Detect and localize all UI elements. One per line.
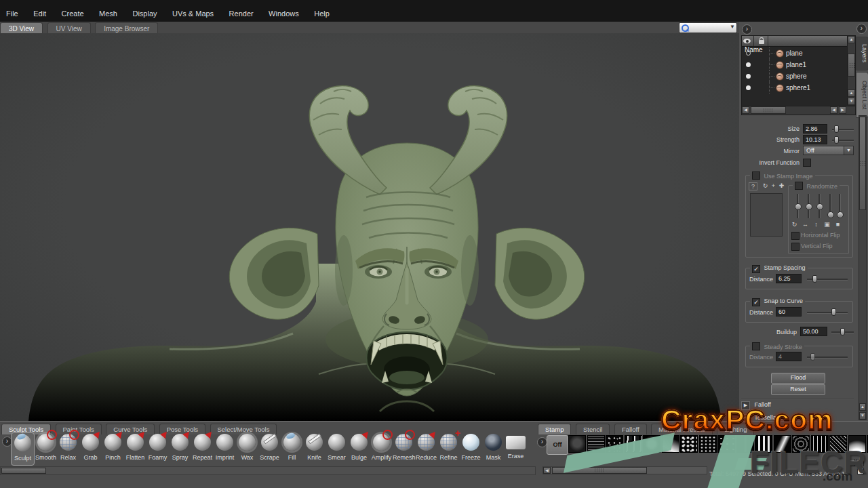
list-vscrollbar[interactable]: ▲ ▲ ▼ (847, 36, 855, 105)
list-item-plane1[interactable]: plane1 (742, 59, 847, 70)
steady-stroke-distance-input[interactable]: 4 (776, 352, 802, 361)
mirror-dropdown[interactable]: Off ▼ (803, 146, 854, 155)
scroll-left2-icon[interactable]: ◀ (830, 106, 837, 114)
tool-fill[interactable]: Fill (281, 434, 303, 464)
list-item-plane[interactable]: plane (742, 47, 847, 59)
stamp-preview-box[interactable] (750, 193, 783, 237)
use-stamp-image-checkbox[interactable] (752, 171, 760, 180)
chevron-down-icon[interactable]: ▼ (844, 146, 853, 155)
randomize-checkbox[interactable] (795, 182, 803, 190)
tool-spray[interactable]: Spray (169, 434, 191, 464)
side-expander-icon[interactable]: › (856, 24, 867, 34)
scroll-up2-icon[interactable]: ▲ (848, 89, 855, 97)
snap-to-curve-distance-input[interactable]: 60 (776, 307, 802, 317)
tab-object-list[interactable]: Object List (856, 72, 868, 118)
tool-sculpt[interactable]: Sculpt (11, 432, 35, 466)
random-slider-3[interactable] (818, 194, 821, 218)
target-icon[interactable]: ✚ (777, 182, 786, 189)
snap-to-curve-checkbox[interactable]: ✓ (752, 298, 760, 306)
size-input[interactable]: 2.86 (803, 124, 827, 134)
lock-column[interactable] (756, 36, 768, 46)
flood-button[interactable]: Flood (771, 373, 825, 384)
tool-imprint[interactable]: Imprint (214, 434, 236, 464)
h-arrows-icon[interactable]: ↔ (801, 221, 810, 228)
stamp-off-button[interactable]: Off (547, 435, 568, 455)
v-arrows-icon[interactable]: ↕ (812, 221, 821, 228)
tool-foamy[interactable]: Foamy (146, 434, 169, 464)
image-icon[interactable]: ▣ (823, 221, 831, 228)
menu-windows[interactable]: Windows (262, 9, 305, 18)
tool-wax[interactable]: Wax (236, 434, 258, 464)
chevron-down-icon[interactable]: ▼ (730, 24, 735, 30)
tool-amplify[interactable]: Amplify (370, 434, 393, 464)
stamp-expander-icon[interactable]: › (537, 437, 547, 447)
stamp-spacing-slider[interactable] (807, 279, 848, 281)
tool-refine[interactable]: Refine (437, 434, 460, 464)
menu-mesh[interactable]: Mesh (93, 9, 123, 18)
size-slider[interactable] (832, 129, 854, 131)
scroll-left-icon[interactable]: ◀ (742, 106, 749, 114)
random-slider-2[interactable] (808, 194, 810, 218)
stamp-spacing-distance-input[interactable]: 6.25 (776, 274, 802, 283)
tool-pinch[interactable]: Pinch (102, 434, 124, 464)
stamp-thumbnail[interactable] (568, 435, 586, 453)
strength-slider[interactable] (832, 140, 854, 142)
invert-function-checkbox[interactable] (803, 159, 811, 167)
tool-reduce[interactable]: Reduce (415, 434, 437, 464)
menu-help[interactable]: Help (308, 9, 336, 18)
square-icon[interactable]: ■ (833, 221, 842, 228)
menu-create[interactable]: Create (56, 9, 90, 18)
visibility-dot[interactable] (746, 74, 751, 79)
tool-smooth[interactable]: Smooth (35, 434, 57, 464)
scroll-left-icon[interactable]: ◀ (543, 467, 551, 474)
tool-mask[interactable]: Mask (482, 434, 505, 464)
steady-stroke-slider[interactable] (807, 357, 848, 359)
visibility-column[interactable] (742, 36, 754, 46)
scroll-down-icon[interactable]: ▼ (848, 98, 855, 105)
vscroll-thumb[interactable] (848, 54, 855, 77)
properties-scrollbar[interactable]: ▲ ▼ (859, 115, 867, 420)
menu-render[interactable]: Render (223, 9, 260, 18)
menu-uvs-maps[interactable]: UVs & Maps (166, 9, 220, 18)
rotate-icon[interactable]: ↻ (790, 221, 799, 228)
scroll-right-icon[interactable]: ▶ (839, 106, 846, 114)
strength-input[interactable]: 10.13 (803, 135, 827, 144)
search-combo[interactable]: ▼ (679, 22, 737, 33)
visibility-dot[interactable] (746, 62, 751, 67)
snap-to-curve-slider[interactable] (807, 312, 848, 314)
panel-expander-icon[interactable]: › (742, 24, 752, 35)
menu-file[interactable]: File (0, 9, 24, 18)
tooltray-hscrollbar[interactable] (0, 466, 536, 475)
hscroll-thumb[interactable] (751, 106, 786, 114)
props-scroll-thumb[interactable] (859, 117, 866, 210)
list-item-sphere1[interactable]: sphere1 (742, 82, 847, 94)
menu-display[interactable]: Display (126, 9, 163, 18)
vertical-flip-checkbox[interactable] (791, 243, 800, 251)
reset-button[interactable]: Reset (771, 384, 825, 395)
tool-remesh[interactable]: Remesh (393, 434, 415, 464)
random-slider-5[interactable] (839, 194, 841, 218)
scroll-down-icon[interactable]: ▼ (859, 412, 866, 420)
tool-erase[interactable]: Erase (505, 434, 527, 464)
random-slider-4[interactable] (829, 194, 831, 218)
tooltray-hscroll-thumb[interactable] (1, 468, 46, 474)
visibility-dot[interactable] (746, 51, 751, 56)
tool-repeat[interactable]: Repeat (191, 434, 214, 464)
tool-bulge[interactable]: Bulge (348, 434, 370, 464)
tool-grab[interactable]: Grab (79, 434, 102, 464)
list-item-sphere[interactable]: sphere (742, 70, 847, 82)
stamp-thumbnail[interactable] (680, 435, 698, 453)
menu-edit[interactable]: Edit (27, 9, 52, 18)
list-hscrollbar[interactable]: ◀ ◀ ▶ (742, 106, 855, 115)
help-icon[interactable]: ? (749, 182, 757, 190)
visibility-dot[interactable] (746, 85, 751, 90)
random-slider-1[interactable] (797, 194, 799, 218)
tool-smear[interactable]: Smear (326, 434, 348, 464)
buildup-input[interactable]: 50.00 (800, 327, 827, 336)
tool-scrape[interactable]: Scrape (258, 434, 281, 464)
tool-knife[interactable]: Knife (303, 434, 326, 464)
tool-freeze[interactable]: Freeze (460, 434, 482, 464)
steady-stroke-checkbox[interactable] (752, 342, 760, 350)
horizontal-flip-checkbox[interactable] (791, 232, 800, 240)
stamp-thumbnail[interactable] (699, 435, 717, 453)
